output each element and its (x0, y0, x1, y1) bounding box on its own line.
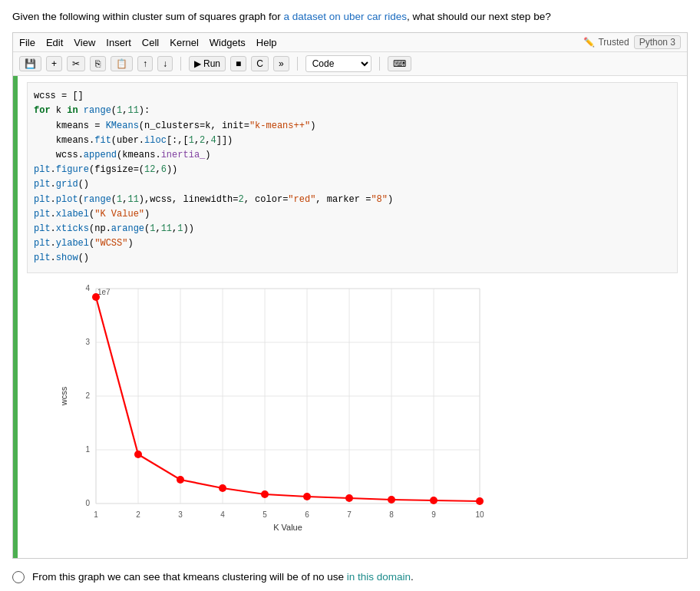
question-highlight: a dataset on uber car rides (283, 11, 407, 22)
y-tick-0: 0 (85, 499, 90, 507)
question-suffix: , what should our next step be? (407, 11, 551, 22)
data-point-8 (388, 496, 395, 504)
menu-kernel[interactable]: Kernel (170, 37, 199, 48)
run-icon: ▶ (194, 58, 201, 69)
notebook: File Edit View Insert Cell Kernel Widget… (12, 32, 688, 558)
data-point-2 (134, 451, 142, 458)
move-up-button[interactable]: ↑ (137, 56, 153, 71)
answer-option-a[interactable]: From this graph we can see that kmeans c… (12, 570, 688, 585)
menu-widgets[interactable]: Widgets (210, 37, 246, 48)
trusted-icon: ✏️ (583, 37, 595, 48)
answer-text-a: From this graph we can see that kmeans c… (32, 570, 414, 585)
x-tick-5: 5 (262, 510, 267, 519)
toolbar-separator-2 (297, 57, 298, 71)
menu-cell[interactable]: Cell (142, 37, 159, 48)
answer-options: From this graph we can see that kmeans c… (12, 570, 688, 592)
wcss-chart: 1e7 (58, 281, 503, 542)
run-button[interactable]: ▶ Run (189, 56, 226, 71)
menu-bar: File Edit View Insert Cell Kernel Widget… (13, 33, 687, 52)
x-tick-6: 6 (305, 510, 309, 519)
menu-right: ✏️ Trusted Python 3 (583, 35, 681, 49)
x-tick-2: 2 (136, 510, 140, 519)
x-tick-7: 7 (347, 510, 352, 519)
menu-edit[interactable]: Edit (46, 37, 63, 48)
menu-help[interactable]: Help (256, 37, 277, 48)
restart-run-button[interactable]: » (273, 56, 289, 71)
move-down-button[interactable]: ↓ (157, 56, 173, 71)
answer-a-highlight: in this domain (347, 571, 411, 583)
data-point-1 (92, 293, 100, 301)
menu-insert[interactable]: Insert (106, 37, 131, 48)
interrupt-button[interactable]: ■ (230, 56, 246, 71)
data-point-5 (261, 490, 269, 498)
data-point-3 (177, 476, 184, 484)
question-text: Given the following within cluster sum o… (12, 9, 688, 25)
menu-view[interactable]: View (74, 37, 95, 48)
y-tick-3: 3 (85, 338, 90, 346)
x-tick-10: 10 (475, 510, 484, 519)
restart-button[interactable]: C (251, 56, 269, 71)
paste-button[interactable]: 📋 (111, 56, 133, 71)
y-axis-label: wcss (59, 386, 68, 406)
x-tick-4: 4 (220, 510, 225, 519)
x-tick-1: 1 (94, 510, 98, 519)
y-tick-4: 4 (85, 284, 90, 292)
toolbar-separator-3 (379, 57, 380, 71)
data-point-6 (303, 493, 311, 500)
code-block[interactable]: wcss = [] for k in range(1,11): kmeans =… (27, 82, 678, 272)
cell-type-select[interactable]: Code Markdown Raw (305, 55, 371, 72)
toolbar-separator (180, 57, 181, 71)
keyboard-button[interactable]: ⌨ (388, 56, 411, 71)
add-cell-button[interactable]: + (46, 56, 62, 71)
x-tick-8: 8 (389, 510, 394, 519)
radio-a[interactable] (12, 571, 25, 583)
data-point-4 (219, 484, 226, 492)
toolbar: 💾 + ✂ ⎘ 📋 ↑ ↓ ▶ Run ■ C » Code Markdown … (13, 52, 687, 76)
y-scale-label: 1e7 (97, 288, 111, 296)
data-point-9 (430, 497, 438, 504)
menu-file[interactable]: File (19, 37, 35, 48)
code-cell: wcss = [] for k in range(1,11): kmeans =… (13, 76, 687, 557)
question-prefix: Given the following within cluster sum o… (12, 11, 283, 22)
cell-content: wcss = [] for k in range(1,11): kmeans =… (18, 76, 687, 557)
copy-button[interactable]: ⎘ (90, 56, 106, 71)
x-axis-label: K Value (273, 523, 302, 532)
run-label: Run (203, 58, 220, 69)
trusted-label: Trusted (598, 37, 629, 48)
save-button[interactable]: 💾 (19, 56, 41, 71)
chart-container: 1e7 (27, 273, 678, 552)
y-tick-2: 2 (85, 391, 90, 400)
data-point-10 (476, 497, 484, 505)
trusted-badge: ✏️ Trusted (583, 37, 629, 48)
cut-button[interactable]: ✂ (67, 56, 85, 71)
python-badge: Python 3 (634, 35, 681, 49)
x-tick-9: 9 (431, 510, 436, 519)
x-tick-3: 3 (178, 510, 183, 519)
menu-items: File Edit View Insert Cell Kernel Widget… (19, 37, 277, 48)
data-point-7 (345, 494, 353, 502)
y-tick-1: 1 (85, 445, 90, 454)
